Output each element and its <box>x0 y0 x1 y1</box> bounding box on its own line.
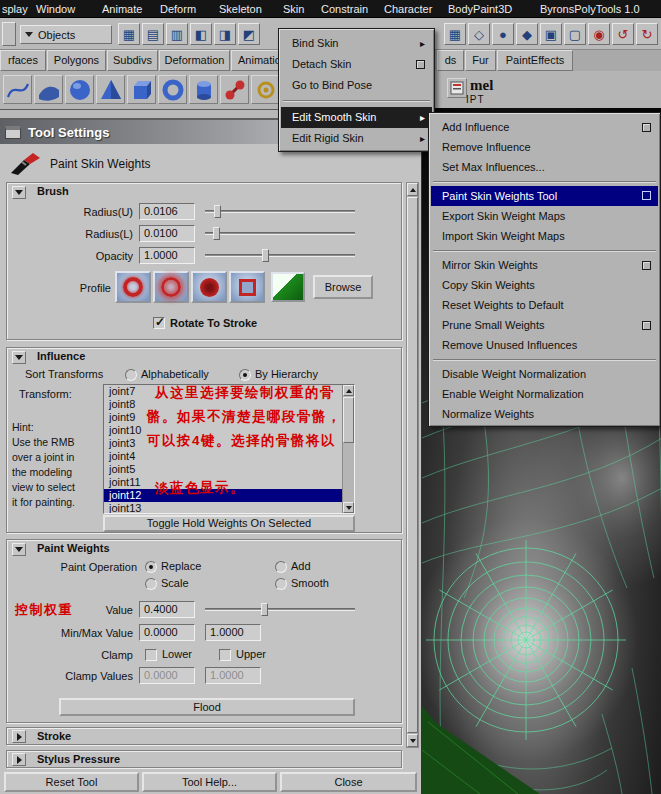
menu-item-edit-rigid-skin[interactable]: Edit Rigid Skin ▸ <box>281 128 432 149</box>
clamp-lower-checkbox[interactable] <box>145 649 157 661</box>
shelf-tab-surfaces[interactable]: rfaces <box>0 50 46 71</box>
op-add-radio[interactable] <box>275 561 287 573</box>
opacity-slider[interactable] <box>205 248 355 263</box>
sort-by-hierarchy-radio[interactable] <box>239 369 251 381</box>
paint-weights-collapse-button[interactable] <box>12 543 26 556</box>
selection-mask-faces-icon[interactable]: ◩ <box>238 23 260 45</box>
brush-collapse-button[interactable] <box>12 186 26 199</box>
panel-scrollbar[interactable] <box>406 182 419 748</box>
op-smooth-radio[interactable] <box>275 578 287 590</box>
brush-profile-square-button[interactable] <box>229 271 265 303</box>
shelf-cone-icon[interactable] <box>96 75 125 104</box>
select-by-object-icon[interactable]: ▤ <box>142 23 164 45</box>
mel-label[interactable]: mel <box>470 77 493 94</box>
menu-character[interactable]: Character <box>384 3 432 15</box>
brush-profile-soft-button[interactable] <box>153 271 189 303</box>
submenu-item-remove-influence[interactable]: Remove Influence <box>431 137 658 157</box>
shelf-cylinder-icon[interactable] <box>189 75 218 104</box>
influence-collapse-button[interactable] <box>12 351 26 364</box>
radius-l-field[interactable]: 0.0100 <box>139 225 195 242</box>
joint-list-item[interactable]: joint5 <box>104 463 342 476</box>
snap-to-curve-icon[interactable]: ◇ <box>468 23 490 45</box>
joint-list-item[interactable]: joint13 <box>104 502 342 514</box>
shelf-ik-handle-icon[interactable] <box>251 75 280 104</box>
tool-help-button[interactable]: Tool Help... <box>142 772 277 792</box>
select-by-component-icon[interactable]: ▥ <box>166 23 188 45</box>
snap-to-point-icon[interactable]: ● <box>492 23 514 45</box>
shelf-tab-polygons[interactable]: Polygons <box>47 50 106 71</box>
browse-button[interactable]: Browse <box>313 275 373 299</box>
brush-profile-solid-button[interactable] <box>191 271 227 303</box>
submenu-item-import-skin-weight-maps[interactable]: Import Skin Weight Maps <box>431 226 658 246</box>
shelf-curves-icon[interactable] <box>3 75 32 104</box>
option-box-icon[interactable] <box>642 321 651 330</box>
opacity-field[interactable]: 1.0000 <box>139 247 195 264</box>
shelf-tab-fluids[interactable]: ds <box>437 50 464 71</box>
value-slider[interactable] <box>205 602 355 617</box>
shelf-tab-painteffects[interactable]: PaintEffects <box>497 50 573 71</box>
select-by-hierarchy-icon[interactable]: ▦ <box>118 23 140 45</box>
submenu-item-paint-skin-weights-tool[interactable]: Paint Skin Weights Tool <box>431 186 658 206</box>
scroll-up-button[interactable] <box>343 385 354 396</box>
submenu-item-copy-skin-weights[interactable]: Copy Skin Weights <box>431 275 658 295</box>
brush-profile-gaussian-button[interactable] <box>115 271 151 303</box>
menu-item-go-to-bind-pose[interactable]: Go to Bind Pose <box>281 75 432 96</box>
shelf-torus-icon[interactable] <box>158 75 187 104</box>
shelf-sphere-icon[interactable] <box>65 75 94 104</box>
menu-window[interactable]: Window <box>36 3 75 15</box>
max-value-field[interactable]: 1.0000 <box>205 624 261 641</box>
menu-skeleton[interactable]: Skeleton <box>219 3 262 15</box>
submenu-item-disable-weight-normalization[interactable]: Disable Weight Normalization <box>431 364 658 384</box>
option-box-icon[interactable] <box>642 261 651 270</box>
render-current-frame-icon[interactable]: ◉ <box>588 23 610 45</box>
make-live-icon[interactable]: ▣ <box>540 23 562 45</box>
flood-button[interactable]: Flood <box>59 698 355 716</box>
submenu-item-add-influence[interactable]: Add Influence <box>431 117 658 137</box>
brush-profile-file-button[interactable] <box>271 272 305 302</box>
shelf-tab-fur[interactable]: Fur <box>465 50 496 71</box>
shelf-surface-icon[interactable] <box>34 75 63 104</box>
shelf-tab-deformation[interactable]: Deformation <box>159 50 230 71</box>
menu-display[interactable]: splay <box>2 3 28 15</box>
submenu-item-enable-weight-normalization[interactable]: Enable Weight Normalization <box>431 384 658 404</box>
scroll-up-button[interactable] <box>407 183 418 196</box>
construction-history-icon[interactable]: ▢ <box>564 23 586 45</box>
op-replace-radio[interactable] <box>145 561 157 573</box>
radius-u-field[interactable]: 0.0106 <box>139 203 195 220</box>
menu-bodypaint3d[interactable]: BodyPaint3D <box>448 3 512 15</box>
menu-animate[interactable]: Animate <box>102 3 142 15</box>
option-box-icon[interactable] <box>642 123 651 132</box>
slider-handle[interactable] <box>213 227 220 240</box>
submenu-item-remove-unused-influences[interactable]: Remove Unused Influences <box>431 335 658 355</box>
render-globals-icon[interactable]: ↻ <box>636 23 658 45</box>
stylus-collapse-button[interactable] <box>12 753 26 766</box>
scroll-thumb[interactable] <box>407 197 418 733</box>
selection-mask-lines-icon[interactable]: ◨ <box>214 23 236 45</box>
snap-to-plane-icon[interactable]: ◆ <box>516 23 538 45</box>
submenu-item-mirror-skin-weights[interactable]: Mirror Skin Weights <box>431 255 658 275</box>
option-box-icon[interactable] <box>416 60 425 69</box>
slider-handle[interactable] <box>262 249 269 262</box>
shelf-cube-icon[interactable] <box>127 75 156 104</box>
selection-mask-points-icon[interactable]: ◧ <box>190 23 212 45</box>
snap-to-grid-icon[interactable]: ▦ <box>444 23 466 45</box>
reset-tool-button[interactable]: Reset Tool <box>4 772 139 792</box>
rotate-to-stroke-checkbox[interactable] <box>153 317 165 329</box>
min-value-field[interactable]: 0.0000 <box>139 624 195 641</box>
clamp-upper-checkbox[interactable] <box>219 649 231 661</box>
slider-handle[interactable] <box>261 603 268 616</box>
menu-item-edit-smooth-skin[interactable]: Edit Smooth Skin ▸ <box>281 107 432 128</box>
shelf-joint-icon[interactable] <box>220 75 249 104</box>
menu-deform[interactable]: Deform <box>160 3 196 15</box>
selection-mask-dropdown[interactable]: Objects <box>20 25 112 44</box>
stroke-collapse-button[interactable] <box>12 730 26 743</box>
submenu-item-export-skin-weight-maps[interactable]: Export Skin Weight Maps <box>431 206 658 226</box>
slider-handle[interactable] <box>214 205 221 218</box>
menu-item-bind-skin[interactable]: Bind Skin ▸ <box>281 33 432 54</box>
submenu-item-normalize-weights[interactable]: Normalize Weights <box>431 404 658 424</box>
toggle-hold-weights-button[interactable]: Toggle Hold Weights On Selected <box>103 515 355 532</box>
submenu-item-set-max-influences[interactable]: Set Max Influences... <box>431 157 658 177</box>
menu-byronspolytools[interactable]: ByronsPolyTools 1.0 <box>540 3 640 15</box>
scroll-down-button[interactable] <box>343 502 354 513</box>
value-field[interactable]: 0.4000 <box>139 601 195 618</box>
